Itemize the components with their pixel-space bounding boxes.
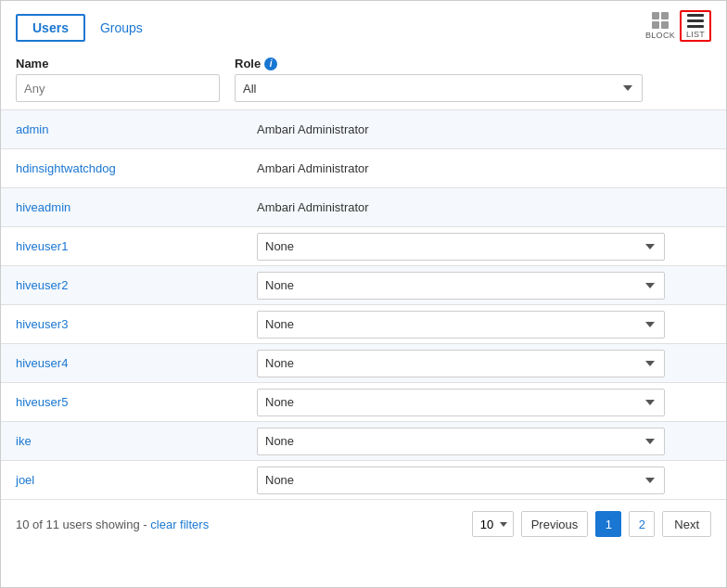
block-view-label: BLOCK: [645, 31, 675, 40]
user-name-link[interactable]: hiveuser4: [16, 356, 257, 370]
tab-group: Users Groups: [16, 14, 147, 42]
role-info-icon[interactable]: i: [264, 58, 277, 70]
tab-groups[interactable]: Groups: [96, 16, 147, 40]
user-name-link[interactable]: hdinsightwatchdog: [16, 161, 257, 175]
name-filter-input[interactable]: [16, 74, 220, 102]
user-role-select[interactable]: NoneAmbari Administrator: [257, 428, 665, 455]
tab-users[interactable]: Users: [16, 14, 85, 42]
pagination: 10 25 50 Previous 1 2 Next: [472, 511, 711, 537]
page-1-button[interactable]: 1: [595, 511, 621, 537]
table-row: hiveuser3NoneAmbari Administrator: [1, 304, 726, 343]
user-name-link[interactable]: hiveuser1: [16, 239, 257, 253]
user-role-select[interactable]: NoneAmbari Administrator: [257, 389, 665, 416]
list-view-label: LIST: [686, 30, 705, 39]
role-select-wrapper: NoneAmbari Administrator: [257, 467, 711, 494]
table-row: hiveuser2NoneAmbari Administrator: [1, 265, 726, 304]
user-role-text: Ambari Administrator: [257, 200, 711, 214]
user-name-link[interactable]: hiveadmin: [16, 200, 257, 214]
role-select-wrapper: NoneAmbari Administrator: [257, 311, 711, 339]
table-row: hiveadminAmbari Administrator: [1, 187, 726, 226]
role-select-wrapper: NoneAmbari Administrator: [257, 389, 711, 416]
main-container: Users Groups BLOCK LIST: [0, 0, 727, 588]
user-role-select[interactable]: NoneAmbari Administrator: [257, 311, 665, 339]
role-filter-select[interactable]: All Ambari Administrator None: [235, 74, 643, 102]
role-select-wrapper: NoneAmbari Administrator: [257, 350, 711, 377]
user-role-text: Ambari Administrator: [257, 161, 711, 175]
role-filter-group: Role i All Ambari Administrator None: [235, 57, 643, 102]
user-list: adminAmbari Administratorhdinsightwatchd…: [1, 109, 726, 499]
view-toggle-group: BLOCK LIST: [644, 10, 711, 42]
table-row: adminAmbari Administrator: [1, 109, 726, 148]
user-role-select[interactable]: NoneAmbari Administrator: [257, 233, 665, 261]
per-page-select[interactable]: 10 25 50: [472, 511, 514, 537]
user-name-link[interactable]: admin: [16, 122, 257, 136]
name-filter-label: Name: [16, 57, 220, 70]
previous-button[interactable]: Previous: [521, 511, 589, 537]
user-name-link[interactable]: joel: [16, 473, 257, 487]
user-role-text: Ambari Administrator: [257, 122, 711, 136]
role-filter-label: Role i: [235, 57, 643, 70]
page-2-button[interactable]: 2: [629, 511, 655, 537]
showing-text: 10 of 11 users showing: [16, 518, 140, 531]
user-role-select[interactable]: NoneAmbari Administrator: [257, 350, 665, 377]
role-select-wrapper: NoneAmbari Administrator: [257, 272, 711, 300]
role-select-wrapper: NoneAmbari Administrator: [257, 428, 711, 455]
table-row: ikeNoneAmbari Administrator: [1, 421, 726, 460]
user-name-link[interactable]: hiveuser3: [16, 317, 257, 331]
list-lines-icon: [687, 14, 704, 28]
filter-row: Name Role i All Ambari Administrator Non…: [1, 45, 726, 109]
clear-filters-link[interactable]: clear filters: [150, 518, 209, 531]
role-select-wrapper: NoneAmbari Administrator: [257, 233, 711, 261]
table-row: hiveuser5NoneAmbari Administrator: [1, 382, 726, 421]
name-filter-group: Name: [16, 57, 220, 102]
next-button[interactable]: Next: [662, 511, 711, 537]
list-view-button[interactable]: LIST: [680, 10, 711, 42]
block-grid-icon: [652, 12, 669, 29]
block-view-button[interactable]: BLOCK: [644, 10, 676, 42]
table-row: hiveuser1NoneAmbari Administrator: [1, 226, 726, 265]
user-name-link[interactable]: hiveuser5: [16, 395, 257, 409]
table-row: joelNoneAmbari Administrator: [1, 460, 726, 499]
user-role-select[interactable]: NoneAmbari Administrator: [257, 272, 665, 300]
user-name-link[interactable]: hiveuser2: [16, 278, 257, 292]
table-row: hiveuser4NoneAmbari Administrator: [1, 343, 726, 382]
table-row: hdinsightwatchdogAmbari Administrator: [1, 148, 726, 187]
tab-bar: Users Groups BLOCK LIST: [1, 1, 726, 45]
user-name-link[interactable]: ike: [16, 434, 257, 448]
footer-info: 10 of 11 users showing - clear filters: [16, 518, 209, 531]
footer: 10 of 11 users showing - clear filters 1…: [1, 499, 726, 548]
user-role-select[interactable]: NoneAmbari Administrator: [257, 467, 665, 494]
